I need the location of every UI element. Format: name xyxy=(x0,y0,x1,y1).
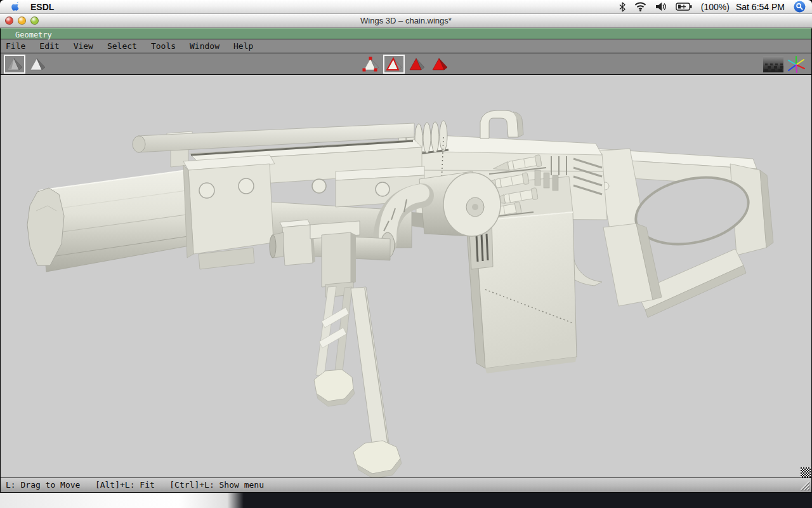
selection-mode-group xyxy=(360,55,451,73)
ground-plane-toggle-button[interactable] xyxy=(763,55,783,73)
window-resize-grip[interactable] xyxy=(799,479,810,491)
wings-status-bar: L: Drag to Move [Alt]+L: Fit [Ctrl]+L: S… xyxy=(0,478,812,493)
volume-icon[interactable] xyxy=(655,2,667,11)
face-mode-button[interactable] xyxy=(407,55,427,73)
axes-toggle-button[interactable] xyxy=(786,55,806,73)
face-mode-icon xyxy=(408,57,426,72)
menu-extras: (100%) xyxy=(619,2,730,12)
smooth-pyramid-icon xyxy=(29,57,46,72)
menubar-clock[interactable]: Sat 6:54 PM xyxy=(736,2,785,12)
desktop-strip xyxy=(0,493,812,508)
apple-menu[interactable] xyxy=(5,1,24,12)
geometry-viewport[interactable] xyxy=(0,75,812,478)
window-title: Wings 3D – chain.wings* xyxy=(0,16,812,25)
geometry-workspace-bar[interactable]: Geometry xyxy=(0,28,812,39)
viewport-resize-corner[interactable] xyxy=(801,467,811,478)
battery-percentage: (100%) xyxy=(701,2,730,12)
bluetooth-icon[interactable] xyxy=(619,2,625,12)
menu-tools[interactable]: Tools xyxy=(151,41,176,51)
menu-window[interactable]: Window xyxy=(190,41,219,51)
vertex-mode-icon xyxy=(362,57,380,72)
wings-toolbar xyxy=(0,53,812,75)
wifi-icon[interactable] xyxy=(634,2,646,11)
3d-model-machine-gun xyxy=(1,75,812,478)
vertex-mode-button[interactable] xyxy=(361,55,381,73)
system-menubar: ESDL (100%) S xyxy=(0,0,812,14)
status-hints: L: Drag to Move [Alt]+L: Fit [Ctrl]+L: S… xyxy=(6,480,264,490)
smooth-preview-button[interactable] xyxy=(27,55,48,73)
menu-file[interactable]: File xyxy=(6,41,25,51)
screen: ESDL (100%) S xyxy=(0,0,812,508)
edge-mode-button[interactable] xyxy=(384,55,404,73)
edge-mode-icon xyxy=(385,57,403,72)
apple-icon xyxy=(10,1,20,12)
flat-preview-button[interactable] xyxy=(4,55,25,73)
body-mode-button[interactable] xyxy=(429,55,450,73)
menu-view[interactable]: View xyxy=(74,41,93,51)
menu-select[interactable]: Select xyxy=(107,41,137,51)
model-grip xyxy=(561,224,662,306)
active-app-name[interactable]: ESDL xyxy=(30,2,54,12)
ground-plane-icon xyxy=(763,56,783,72)
window-titlebar[interactable]: Wings 3D – chain.wings* xyxy=(0,14,812,28)
wings-menubar: File Edit View Select Tools Window Help xyxy=(0,39,812,53)
flat-pyramid-icon xyxy=(6,57,23,72)
axes-icon xyxy=(786,55,806,73)
workspace-label: Geometry xyxy=(15,30,52,40)
spotlight-icon[interactable] xyxy=(794,1,806,13)
body-mode-icon xyxy=(431,57,449,72)
menu-edit[interactable]: Edit xyxy=(39,41,59,51)
battery-icon[interactable] xyxy=(676,3,692,11)
menu-help[interactable]: Help xyxy=(233,41,253,51)
